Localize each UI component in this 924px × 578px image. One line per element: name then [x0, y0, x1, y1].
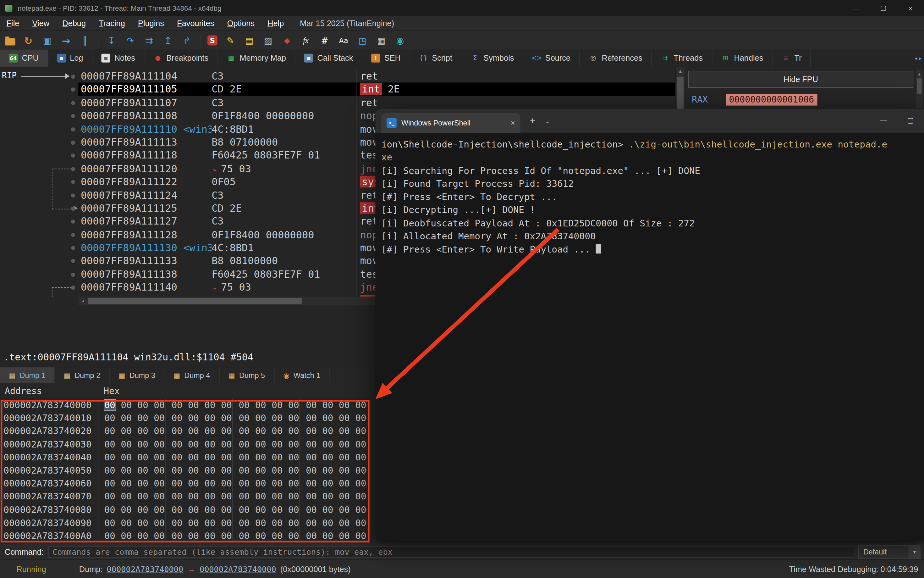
- tab-log[interactable]: ≡Log: [48, 50, 93, 67]
- dump-row[interactable]: 000002A78374001000 00 00 0000 00 00 0000…: [0, 412, 413, 425]
- hide-fpu-button[interactable]: Hide FPU: [688, 71, 913, 88]
- tab-notes[interactable]: ≡Notes: [92, 50, 144, 67]
- labels-icon[interactable]: #: [319, 34, 331, 47]
- dump-row[interactable]: 000002A78374009000 00 00 0000 00 00 0000…: [0, 516, 413, 529]
- dump-view[interactable]: 000002A78374000000 00 00 0000 00 00 0000…: [0, 399, 413, 540]
- assemble-icon[interactable]: ✎: [224, 34, 236, 47]
- tab-scroll-left-icon[interactable]: ◂: [914, 55, 917, 61]
- menu-file[interactable]: File: [0, 19, 26, 28]
- command-input[interactable]: [49, 546, 854, 558]
- dump-to-address-link[interactable]: 000002A783740000: [199, 564, 276, 573]
- tab-cpu[interactable]: 64CPU: [0, 50, 48, 67]
- breakpoint-dot-icon[interactable]: ●: [68, 149, 79, 162]
- breakpoint-dot-icon[interactable]: ●: [68, 109, 79, 122]
- scrollbar-thumb[interactable]: [88, 298, 302, 304]
- breakpoint-dot-icon[interactable]: ●: [68, 228, 79, 241]
- comment-icon[interactable]: ▤: [243, 34, 255, 47]
- disasm-row[interactable]: ●00007FF89A111105CD 2Eint 2E: [68, 83, 675, 96]
- memory-icon[interactable]: ◳: [356, 34, 368, 47]
- scrollbar-thumb[interactable]: [677, 77, 684, 111]
- disasm-row[interactable]: ●00007FF89A111107C3ret: [68, 96, 675, 109]
- dump-row[interactable]: 000002A7837400A000 00 00 0000 00 00 0000…: [0, 529, 413, 540]
- tab-trace[interactable]: ≡Tr: [772, 50, 811, 67]
- restart-icon[interactable]: ↻: [22, 34, 34, 47]
- breakpoint-dot-icon[interactable]: ●: [68, 188, 79, 201]
- minimize-button[interactable]: —: [843, 0, 870, 16]
- tab-memory-map[interactable]: ▦Memory Map: [218, 50, 295, 67]
- breakpoint-dot-icon[interactable]: ●: [68, 96, 79, 109]
- dump-row[interactable]: 000002A78374003000 00 00 0000 00 00 0000…: [0, 438, 413, 451]
- breakpoint-dot-icon[interactable]: ●: [68, 162, 79, 175]
- menu-help[interactable]: Help: [261, 19, 290, 28]
- dump-tab-dump-5[interactable]: ▦Dump 5: [219, 367, 274, 383]
- menu-debug[interactable]: Debug: [56, 19, 92, 28]
- breakpoint-dot-icon[interactable]: ●: [68, 83, 79, 96]
- patches-icon[interactable]: ◆: [281, 34, 293, 47]
- dump-row[interactable]: 000002A78374008000 00 00 0000 00 00 0000…: [0, 503, 413, 516]
- calculator-icon[interactable]: ▦: [375, 34, 387, 47]
- stop-icon[interactable]: ▣: [41, 34, 53, 47]
- tab-references[interactable]: ◎References: [580, 50, 652, 67]
- menu-view[interactable]: View: [26, 19, 56, 28]
- tab-close-icon[interactable]: ×: [511, 119, 515, 127]
- breakpoint-dot-icon[interactable]: ●: [68, 122, 79, 136]
- tab-symbols[interactable]: ΣSymbols: [462, 50, 523, 67]
- maximize-button[interactable]: ▢: [870, 0, 897, 16]
- step-over-icon[interactable]: ↷: [125, 34, 136, 47]
- minimize-button[interactable]: —: [870, 109, 897, 132]
- tab-scroll-buttons[interactable]: ◂ ▸: [912, 50, 924, 67]
- menu-options[interactable]: Options: [221, 19, 261, 28]
- breakpoint-dot-icon[interactable]: ●: [68, 268, 79, 281]
- scroll-up-icon[interactable]: ▲: [916, 70, 923, 77]
- tab-call-stack[interactable]: ≡Call Stack: [295, 50, 362, 67]
- tab-seh[interactable]: !SEH: [362, 50, 410, 67]
- dump-row[interactable]: 000002A78374002000 00 00 0000 00 00 0000…: [0, 425, 413, 438]
- menu-tracing[interactable]: Tracing: [92, 19, 132, 28]
- scylla-icon[interactable]: S: [207, 36, 217, 45]
- open-file-icon[interactable]: [5, 38, 15, 45]
- scroll-left-icon[interactable]: ◂: [78, 297, 87, 305]
- font-icon[interactable]: Aa: [338, 34, 350, 47]
- tab-breakpoints[interactable]: ●Breakpoints: [144, 50, 218, 67]
- breakpoint-dot-icon[interactable]: ●: [68, 294, 79, 297]
- breakpoint-dot-icon[interactable]: ●: [68, 136, 79, 149]
- breakpoint-dot-icon[interactable]: ●: [68, 175, 79, 188]
- powershell-window[interactable]: >_ Windows PowerShell × + ⌄ — ▢ ion\Shel…: [375, 109, 924, 541]
- dump-tab-dump-4[interactable]: ▦Dump 4: [165, 367, 220, 383]
- settings-icon[interactable]: ◉: [394, 34, 406, 47]
- new-tab-button[interactable]: +: [530, 116, 536, 127]
- close-button[interactable]: ×: [897, 0, 924, 16]
- terminal-output[interactable]: ion\Shellcode-Injection\shellcode_inject…: [375, 133, 924, 256]
- registers-scrollbar[interactable]: ▲: [916, 70, 923, 108]
- step-out-icon[interactable]: ↥: [162, 34, 174, 47]
- dump-tab-watch-1[interactable]: ◉Watch 1: [274, 367, 330, 383]
- maximize-button[interactable]: ▢: [897, 109, 924, 132]
- tab-scroll-right-icon[interactable]: ▸: [919, 55, 921, 61]
- dump-row[interactable]: 000002A78374005000 00 00 0000 00 00 0000…: [0, 464, 413, 477]
- scrollbar-thumb[interactable]: [917, 78, 922, 94]
- breakpoint-dot-icon[interactable]: ●: [68, 70, 79, 83]
- run-to-user-code-icon[interactable]: ↱: [181, 34, 193, 47]
- tab-threads[interactable]: ⇉Threads: [652, 50, 712, 67]
- tab-handles[interactable]: ⊞Handles: [712, 50, 772, 67]
- dump-tab-dump-1[interactable]: ▦Dump 1: [0, 367, 55, 383]
- menu-plugins[interactable]: Plugins: [131, 19, 170, 28]
- command-profile-select[interactable]: Default ▾: [858, 545, 921, 559]
- execute-till-return-icon[interactable]: ⇉: [143, 34, 155, 47]
- disasm-row[interactable]: ●00007FF89A111104C3ret: [68, 70, 675, 83]
- menu-favourites[interactable]: Favourites: [171, 19, 221, 28]
- functions-icon[interactable]: fx: [300, 34, 312, 47]
- run-icon[interactable]: →: [60, 34, 72, 47]
- pause-icon[interactable]: ║: [79, 34, 91, 47]
- dropdown-arrow-icon[interactable]: ▾: [909, 546, 920, 558]
- dump-tab-dump-3[interactable]: ▦Dump 3: [110, 367, 165, 383]
- breakpoint-dot-icon[interactable]: ●: [68, 201, 79, 215]
- stack-icon[interactable]: ▨: [262, 34, 274, 47]
- powershell-tab[interactable]: >_ Windows PowerShell ×: [381, 113, 521, 133]
- tab-source[interactable]: <>Source: [523, 50, 580, 67]
- dump-row[interactable]: 000002A78374000000 00 00 0000 00 00 0000…: [0, 399, 413, 412]
- tab-script[interactable]: {}Script: [410, 50, 462, 67]
- dump-row[interactable]: 000002A78374006000 00 00 0000 00 00 0000…: [0, 477, 413, 490]
- scroll-up-icon[interactable]: ▲: [676, 67, 685, 75]
- breakpoint-dot-icon[interactable]: ●: [68, 281, 79, 294]
